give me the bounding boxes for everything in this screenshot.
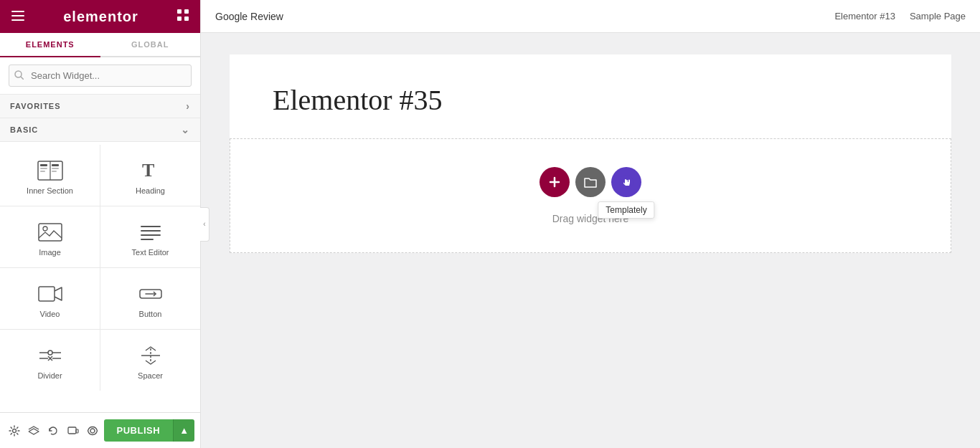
svg-rect-37 (68, 427, 76, 434)
svg-line-8 (21, 77, 24, 80)
svg-rect-11 (40, 164, 47, 166)
widget-divider-label: Divider (37, 371, 62, 380)
publish-arrow-button[interactable]: ▲ (173, 419, 194, 442)
widget-spacer-label: Spacer (138, 371, 163, 380)
publish-button[interactable]: PUBLISH (104, 419, 174, 442)
basic-section-header[interactable]: BASIC ⌄ (0, 118, 200, 142)
favorites-chevron-icon: › (186, 100, 190, 112)
top-bar: Google Review Elementor #13 Sample Page (201, 0, 980, 33)
svg-rect-38 (76, 429, 78, 433)
sidebar-tabs: ELEMENTS GLOBAL (0, 33, 200, 57)
templately-button[interactable]: Templately (611, 167, 641, 197)
widget-inner-section[interactable]: Inner Section (0, 145, 100, 206)
svg-rect-2 (11, 19, 24, 21)
folder-button[interactable] (575, 167, 606, 197)
search-icon (14, 70, 24, 82)
widget-video[interactable]: Video (0, 268, 100, 329)
add-section-button[interactable] (540, 167, 570, 197)
svg-rect-15 (52, 168, 59, 169)
responsive-icon-btn[interactable] (65, 419, 81, 442)
svg-rect-3 (177, 9, 182, 14)
app-logo: elementor (63, 9, 138, 25)
tab-global[interactable]: GLOBAL (100, 33, 201, 56)
widget-divider[interactable]: Divider (0, 330, 100, 391)
basic-chevron-icon: ⌄ (181, 124, 190, 135)
grid-icon[interactable] (177, 9, 189, 24)
svg-rect-13 (40, 171, 45, 172)
drop-zone[interactable]: Templately Drag widget here (230, 138, 951, 253)
favorites-label: FAVORITES (10, 102, 61, 110)
svg-rect-18 (39, 224, 62, 241)
collapse-handle[interactable]: ‹ (200, 207, 209, 242)
settings-icon-btn[interactable] (6, 419, 22, 442)
sidebar: elementor ELEMENTS GLOBAL F (0, 0, 201, 448)
widget-text-editor-label: Text Editor (132, 248, 169, 257)
spacer-icon (138, 345, 163, 366)
widgets-grid: Inner Section T Heading (0, 145, 200, 391)
preview-icon-btn[interactable] (84, 419, 100, 442)
favorites-section-header[interactable]: FAVORITES › (0, 95, 200, 118)
widget-button[interactable]: Button (100, 268, 200, 329)
widget-text-editor[interactable]: Text Editor (100, 206, 200, 267)
svg-rect-24 (39, 287, 55, 301)
search-box (0, 57, 200, 95)
history-icon-btn[interactable] (45, 419, 62, 442)
widget-video-label: Video (40, 310, 60, 318)
svg-rect-1 (11, 15, 24, 16)
publish-btn-wrapper: PUBLISH ▲ (104, 419, 194, 442)
widget-image[interactable]: Image (0, 206, 100, 267)
hamburger-icon[interactable] (11, 9, 24, 24)
layers-icon-btn[interactable] (25, 419, 42, 442)
sidebar-header: elementor (0, 0, 200, 33)
widget-image-label: Image (39, 248, 61, 257)
inner-section-icon (37, 161, 63, 181)
basic-label: BASIC (10, 125, 38, 134)
widget-inner-section-label: Inner Section (27, 186, 73, 195)
text-editor-icon (138, 222, 163, 242)
svg-point-39 (90, 429, 95, 433)
svg-point-36 (12, 429, 16, 432)
widget-heading[interactable]: T Heading (100, 145, 200, 206)
svg-rect-0 (11, 11, 24, 12)
widget-spacer[interactable]: Spacer (100, 330, 200, 391)
page-title-block: Elementor #35 (230, 54, 951, 138)
video-icon (38, 284, 62, 304)
sample-page-link[interactable]: Sample Page (910, 11, 966, 22)
svg-rect-5 (177, 16, 182, 21)
main-area: Google Review Elementor #13 Sample Page … (201, 0, 980, 448)
canvas-area: Elementor #35 (201, 33, 980, 448)
elementor-13-link[interactable]: Elementor #13 (834, 11, 895, 22)
widget-heading-label: Heading (136, 186, 165, 195)
tab-elements[interactable]: ELEMENTS (0, 33, 100, 57)
svg-point-29 (48, 351, 52, 355)
image-icon (38, 222, 62, 242)
svg-rect-6 (184, 16, 189, 21)
divider-icon (38, 345, 62, 366)
page-title: Elementor #35 (273, 83, 908, 117)
widget-button-label: Button (139, 310, 162, 318)
button-icon (138, 284, 163, 304)
search-input[interactable] (9, 65, 192, 87)
sidebar-footer: PUBLISH ▲ (0, 412, 200, 448)
svg-rect-16 (52, 171, 57, 172)
page-name: Google Review (215, 11, 283, 22)
templately-tooltip: Templately (598, 201, 654, 219)
svg-rect-4 (184, 9, 189, 14)
drop-zone-actions: Templately (540, 167, 641, 197)
svg-text:T: T (142, 161, 154, 181)
svg-point-19 (43, 227, 47, 231)
svg-rect-12 (40, 168, 47, 169)
heading-icon: T (139, 161, 162, 181)
widgets-container: Inner Section T Heading (0, 142, 200, 412)
top-bar-links: Elementor #13 Sample Page (834, 11, 966, 22)
svg-rect-14 (52, 164, 59, 166)
